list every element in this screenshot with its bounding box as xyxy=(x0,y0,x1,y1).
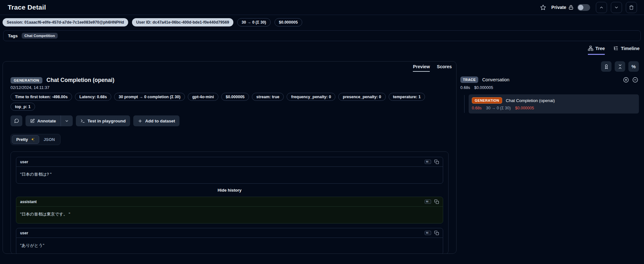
plus-circle-icon xyxy=(623,77,629,83)
expand-all-button[interactable] xyxy=(623,77,629,83)
observation-timestamp: 02/12/2024, 14:11:37 xyxy=(11,85,449,90)
latency-badge: Latency: 0.68s xyxy=(75,93,111,101)
panel-tabs: Preview Scores xyxy=(3,62,456,72)
format-json-tab[interactable]: JSON xyxy=(39,135,59,144)
toggle-metrics-button[interactable]: % xyxy=(628,61,639,72)
format-pretty-tab[interactable]: Pretty xyxy=(12,135,39,144)
markdown-icon[interactable]: M↓ xyxy=(425,200,431,204)
generation-type-badge: GENERATION xyxy=(472,97,502,104)
user-id-badge[interactable]: User ID: dc47a41e-06bc-400d-bde1-f0e440d… xyxy=(132,18,233,26)
copy-icon[interactable] xyxy=(434,159,439,164)
stream-param-badge: stream: true xyxy=(252,93,284,101)
previous-trace-button[interactable] xyxy=(596,2,607,13)
copy-icon[interactable] xyxy=(434,231,439,235)
minus-circle-icon xyxy=(632,77,638,83)
terminal-icon xyxy=(80,119,85,123)
chevron-down-icon xyxy=(65,119,69,123)
trace-cost: $0.000005 xyxy=(474,85,493,90)
message-user-1: user M↓ "日本の首都は? " xyxy=(16,157,443,184)
message-role: user xyxy=(20,160,28,164)
presence-penalty-badge: presence_penalty: 0 xyxy=(338,93,385,101)
message-user-2: user M↓ "ありがとう" xyxy=(16,228,443,254)
pretty-label: Pretty xyxy=(16,137,28,142)
private-label: Private xyxy=(551,5,566,10)
tab-timeline-label: Timeline xyxy=(621,46,640,51)
format-toggle: Pretty JSON xyxy=(11,134,61,145)
frequency-penalty-badge: frequency_penalty: 0 xyxy=(287,93,335,101)
message-content: "ありがとう" xyxy=(16,238,443,254)
token-breakdown-badge: 30 prompt → 0 completion (Σ 30) xyxy=(114,93,185,101)
temperature-badge: temperature: 1 xyxy=(389,93,425,101)
add-to-dataset-button[interactable]: Add to dataset xyxy=(133,115,179,126)
comment-icon xyxy=(14,118,19,123)
generation-node[interactable]: GENERATION Chat Completion (openai) 0.68… xyxy=(469,94,639,114)
annotate-split-button: Annotate xyxy=(26,115,73,126)
trace-tree-sidebar: % TRACE Conversation 0.68s $0.000005 xyxy=(460,61,639,114)
actions-row: Annotate Test in playground Add to datas… xyxy=(11,115,449,126)
markdown-icon[interactable]: M↓ xyxy=(425,160,431,164)
message-content: "日本の首都は? " xyxy=(16,167,443,183)
cost-badge: $0.000005 xyxy=(221,93,249,101)
tree-icon xyxy=(588,46,593,51)
chevron-down-icon xyxy=(614,5,619,10)
collapse-vertical-icon xyxy=(618,64,623,69)
bookmark-star-button[interactable] xyxy=(539,3,547,12)
chevron-up-icon xyxy=(599,5,604,10)
star-icon xyxy=(540,4,546,11)
hide-history-button[interactable]: Hide history xyxy=(16,188,443,193)
tag-chat-competition[interactable]: Chat Competition xyxy=(22,33,58,39)
annotate-button[interactable]: Annotate xyxy=(26,115,61,126)
observation-header: GENERATION Chat Completion (openai) xyxy=(11,77,449,84)
message-header: user M↓ xyxy=(16,157,443,167)
message-header: assistant M↓ xyxy=(16,197,443,207)
trace-metrics: 0.68s $0.000005 xyxy=(460,85,639,90)
generation-cost: $0.000005 xyxy=(515,106,534,110)
annotate-dropdown-button[interactable] xyxy=(61,115,73,126)
generation-metrics: 0.68s 30 → 0 (Σ 30) $0.000005 xyxy=(472,106,636,110)
top-p-badge: top_p: 1 xyxy=(11,103,35,111)
observation-badges-row-2: top_p: 1 xyxy=(11,103,449,111)
generation-latency: 0.68s xyxy=(472,106,482,110)
tab-preview[interactable]: Preview xyxy=(413,64,430,72)
observation-badges-row-1: Time to first token: -498.00s Latency: 0… xyxy=(11,93,449,101)
tab-scores[interactable]: Scores xyxy=(437,64,452,72)
award-icon xyxy=(604,64,609,69)
tab-tree[interactable]: Tree xyxy=(588,46,605,55)
tree-toolbar: % xyxy=(460,61,639,72)
tab-timeline[interactable]: Timeline xyxy=(613,46,640,55)
sparkles-icon xyxy=(30,137,35,142)
tags-label: Tags xyxy=(8,33,18,38)
observation-panel: Preview Scores GENERATION Chat Completio… xyxy=(3,61,457,254)
view-tabs: Tree Timeline xyxy=(0,41,644,55)
comment-button[interactable] xyxy=(11,115,22,126)
markdown-icon[interactable]: M↓ xyxy=(425,231,431,235)
trash-icon xyxy=(629,5,634,10)
copy-icon[interactable] xyxy=(434,199,439,204)
json-label: JSON xyxy=(44,137,55,142)
observation-type-badge: GENERATION xyxy=(11,77,42,84)
toggle-scores-button[interactable] xyxy=(601,61,611,72)
content-area: Preview Scores GENERATION Chat Completio… xyxy=(0,55,644,254)
plus-icon xyxy=(138,119,143,123)
model-badge[interactable]: gpt-4o-mini xyxy=(188,93,218,101)
generation-tokens: 30 → 0 (Σ 30) xyxy=(486,106,511,110)
lock-icon xyxy=(568,5,574,10)
next-trace-button[interactable] xyxy=(611,2,622,13)
message-header: user M↓ xyxy=(16,228,443,238)
collapse-node-button[interactable] xyxy=(632,77,638,83)
token-usage-badge: 30 → 0 (Σ 30) xyxy=(237,18,271,26)
annotate-label: Annotate xyxy=(37,119,56,123)
time-to-first-token-badge: Time to first token: -498.00s xyxy=(11,93,72,101)
trace-root-row[interactable]: TRACE Conversation xyxy=(460,77,639,83)
public-sharing-toggle[interactable] xyxy=(577,4,590,11)
message-content: "日本の首都は東京です。 " xyxy=(16,207,443,223)
trace-name: Conversation xyxy=(482,77,509,82)
top-bar: Trace Detail Private xyxy=(0,0,644,15)
message-assistant: assistant M↓ "日本の首都は東京です。 " xyxy=(16,197,443,224)
delete-trace-button[interactable] xyxy=(626,2,637,13)
session-badge[interactable]: Session: 01aaacf6-e0fe-457d-a7de-7c1ee08… xyxy=(3,18,128,26)
tree-children: GENERATION Chat Completion (openai) 0.68… xyxy=(460,94,639,114)
collapse-all-button[interactable] xyxy=(615,61,625,72)
test-in-playground-button[interactable]: Test in playground xyxy=(76,115,130,126)
toggle-knob xyxy=(578,5,583,10)
